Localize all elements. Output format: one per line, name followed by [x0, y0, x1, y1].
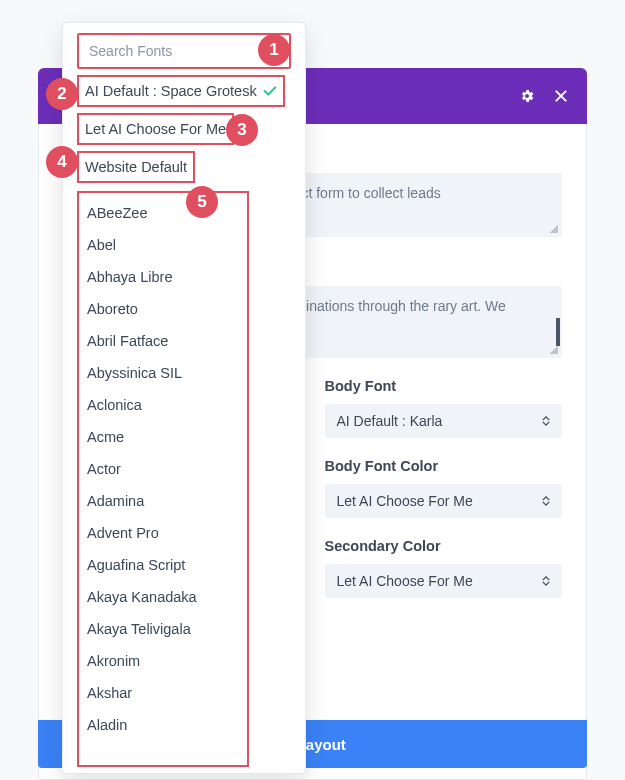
chevron-updown-icon: [542, 576, 550, 586]
option-ai-default[interactable]: AI Default : Space Grotesk: [77, 75, 285, 107]
font-option[interactable]: Akaya Telivigala: [79, 613, 247, 645]
font-dropdown-panel: AI Default : Space Grotesk Let AI Choose…: [62, 22, 306, 774]
font-option[interactable]: Aboreto: [79, 293, 247, 325]
font-option[interactable]: Aladin: [79, 709, 247, 741]
callout-badge-5: 5: [186, 186, 218, 218]
font-option[interactable]: Aguafina Script: [79, 549, 247, 581]
option-website-default-label: Website Default: [85, 159, 187, 175]
right-column: Body Font AI Default : Karla Body Font C…: [325, 378, 563, 598]
font-option[interactable]: Akaya Kanadaka: [79, 581, 247, 613]
body-font-select[interactable]: AI Default : Karla: [325, 404, 563, 438]
font-option[interactable]: Akshar: [79, 677, 247, 709]
secondary-color-select[interactable]: Let AI Choose For Me: [325, 564, 563, 598]
body-font-color-label: Body Font Color: [325, 458, 563, 474]
callout-badge-2: 2: [46, 78, 78, 110]
check-icon: [263, 83, 277, 99]
font-option[interactable]: Adamina: [79, 485, 247, 517]
font-option[interactable]: Abel: [79, 229, 247, 261]
chevron-updown-icon: [542, 496, 550, 506]
option-let-ai-choose-label: Let AI Choose For Me: [85, 121, 226, 137]
font-option[interactable]: Akronim: [79, 645, 247, 677]
font-option[interactable]: Advent Pro: [79, 517, 247, 549]
callout-badge-4: 4: [46, 146, 78, 178]
font-option[interactable]: Actor: [79, 453, 247, 485]
body-font-value: AI Default : Karla: [337, 413, 443, 429]
body-font-color-value: Let AI Choose For Me: [337, 493, 473, 509]
font-option[interactable]: Abril Fatface: [79, 325, 247, 357]
font-list-highlight-box: ABeeZee Abel Abhaya Libre Aboreto Abril …: [77, 191, 249, 767]
option-let-ai-choose[interactable]: Let AI Choose For Me: [77, 113, 234, 145]
font-option[interactable]: Abhaya Libre: [79, 261, 247, 293]
font-option[interactable]: Aclonica: [79, 389, 247, 421]
callout-badge-3: 3: [226, 114, 258, 146]
font-option[interactable]: Acme: [79, 421, 247, 453]
scroll-indicator: [556, 318, 560, 346]
close-icon[interactable]: [553, 88, 569, 104]
secondary-color-value: Let AI Choose For Me: [337, 573, 473, 589]
gear-icon[interactable]: [519, 88, 535, 104]
font-option[interactable]: ABeeZee: [79, 197, 247, 229]
secondary-color-label: Secondary Color: [325, 538, 563, 554]
option-ai-default-label: AI Default : Space Grotesk: [85, 83, 257, 99]
body-font-color-select[interactable]: Let AI Choose For Me: [325, 484, 563, 518]
body-font-label: Body Font: [325, 378, 563, 394]
chevron-updown-icon: [542, 416, 550, 426]
option-website-default[interactable]: Website Default: [77, 151, 195, 183]
font-option[interactable]: Abyssinica SIL: [79, 357, 247, 389]
callout-badge-1: 1: [258, 34, 290, 66]
